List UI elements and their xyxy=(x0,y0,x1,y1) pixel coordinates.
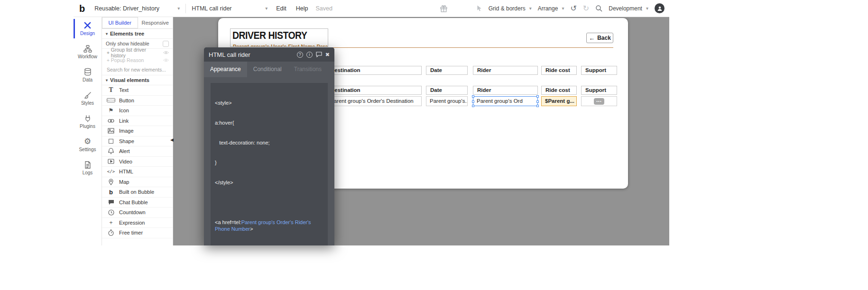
table-header-date[interactable]: Date xyxy=(426,86,468,95)
selection-handle[interactable] xyxy=(472,95,474,98)
tree-item-label: Group list driver history xyxy=(111,47,162,58)
ellipsis-chat-icon[interactable]: ••• xyxy=(594,98,604,105)
table-header-date[interactable]: Date xyxy=(426,66,468,75)
selection-handle[interactable] xyxy=(536,100,539,103)
tree-item-popup-reason[interactable]: + Popup Reason xyxy=(102,56,173,64)
tab-transitions[interactable]: Transitions xyxy=(288,62,328,77)
sidebar-item-logs[interactable]: Logs xyxy=(74,156,102,180)
close-icon[interactable]: ✖ xyxy=(325,52,330,58)
search-icon[interactable] xyxy=(595,5,602,12)
code-line: <a href=tel:Parent group's Order's Rider… xyxy=(215,219,323,232)
panel-collapse-icon[interactable]: ◀ xyxy=(170,137,174,142)
palette-item-map[interactable]: Map xyxy=(102,177,173,188)
selection-handle[interactable] xyxy=(536,105,539,107)
selection-handle[interactable] xyxy=(536,95,539,98)
sidebar-item-design[interactable]: Design xyxy=(74,17,102,40)
reusable-page-selector[interactable]: Reusable: Driver_history ▾ xyxy=(91,0,184,17)
help-circle-icon[interactable]: ? xyxy=(297,52,303,58)
palette-item-built-on-bubble[interactable]: b Built on Bubble xyxy=(102,187,173,198)
palette-item-alert[interactable]: Alert xyxy=(102,146,173,157)
sidebar-item-label: Workflow xyxy=(78,54,97,59)
table-header-rider[interactable]: Rider xyxy=(473,86,538,95)
sidebar-item-label: Plugins xyxy=(80,124,95,129)
visual-elements-header[interactable]: ▾ Visual elements xyxy=(102,75,173,85)
palette-item-text[interactable]: T Text xyxy=(102,85,173,96)
eye-icon[interactable] xyxy=(163,51,169,54)
page-title: DRIVER HISTORY xyxy=(232,29,307,42)
grid-borders-menu[interactable]: Grid & borders ▾ xyxy=(489,5,532,12)
comment-icon[interactable] xyxy=(316,52,322,57)
redo-icon[interactable]: ↻ xyxy=(583,5,589,12)
elements-tree-header[interactable]: ▾ Elements tree xyxy=(102,29,173,39)
palette-item-chat-bubble[interactable]: Chat Bubble xyxy=(102,198,173,208)
expand-icon[interactable]: + xyxy=(107,58,110,63)
tree-item-group-list-driver-history[interactable]: + Group list driver history xyxy=(102,49,173,56)
selected-element-rider-text[interactable]: Parent group's Ord xyxy=(473,96,538,106)
sidebar-item-workflow[interactable]: Workflow xyxy=(74,40,102,63)
tab-ui-builder[interactable]: UI Builder xyxy=(102,17,138,28)
sidebar-item-plugins[interactable]: Plugins xyxy=(74,110,102,133)
save-status: Saved xyxy=(315,5,332,12)
gift-icon[interactable] xyxy=(440,5,448,13)
tab-responsive[interactable]: Responsive xyxy=(138,17,173,28)
sidebar-item-label: Settings xyxy=(79,147,96,152)
page-title-group[interactable]: DRIVER HISTORY Parent group's User's Fir… xyxy=(230,28,328,47)
sidebar-item-settings[interactable]: ⚙ Settings xyxy=(74,133,102,156)
pointer-tool-icon[interactable] xyxy=(477,5,482,12)
user-avatar[interactable] xyxy=(655,3,665,13)
bell-icon xyxy=(107,148,115,154)
element-search-input[interactable] xyxy=(102,67,173,72)
edit-menu[interactable]: Edit xyxy=(276,5,286,12)
undo-icon[interactable]: ↺ xyxy=(570,5,576,12)
sidebar-item-data[interactable]: Data xyxy=(74,63,102,87)
cell-support[interactable]: ••• xyxy=(581,96,617,106)
palette-item-link[interactable]: Link xyxy=(102,116,173,127)
html-code-editor[interactable]: <style> a:hover{ text-decoration: none; … xyxy=(211,83,328,245)
tab-appearance[interactable]: Appearance xyxy=(204,62,247,77)
palette-item-html[interactable]: </> HTML xyxy=(102,167,173,177)
sidebar-item-label: Logs xyxy=(83,170,93,175)
palette-item-expression[interactable]: + Expression xyxy=(102,218,173,228)
text-icon: T xyxy=(107,87,115,93)
cell-destination[interactable]: Parent group's Order's Destination xyxy=(326,96,422,106)
tab-conditional[interactable]: Conditional xyxy=(247,62,288,77)
back-button[interactable]: ← Back xyxy=(586,33,613,43)
bubble-logo-icon[interactable]: b xyxy=(79,4,85,13)
table-header-support[interactable]: Support xyxy=(581,66,617,75)
palette-item-image[interactable]: Image xyxy=(102,126,173,136)
table-header-destination[interactable]: Destination xyxy=(326,66,422,75)
selection-handle[interactable] xyxy=(472,100,474,103)
image-icon xyxy=(107,128,115,134)
selection-handle[interactable] xyxy=(472,105,474,107)
cell-date[interactable]: Parent group's... xyxy=(426,96,468,106)
expand-icon[interactable]: + xyxy=(107,50,110,55)
table-header-support[interactable]: Support xyxy=(581,86,617,95)
modal-titlebar[interactable]: HTML call rider ? i ✖ xyxy=(204,47,334,62)
table-header-destination[interactable]: Destination xyxy=(326,86,422,95)
palette-item-icon[interactable]: ⚑ Icon xyxy=(102,106,173,116)
modal-tabs: Appearance Conditional Transitions xyxy=(204,62,334,77)
chevron-down-icon: ▾ xyxy=(646,6,648,11)
palette-item-button[interactable]: BUTTON Button xyxy=(102,96,173,106)
table-header-ride-cost[interactable]: Ride cost xyxy=(541,86,577,95)
stopwatch-icon xyxy=(107,229,115,236)
sidebar-item-styles[interactable]: Styles xyxy=(74,87,102,110)
palette-item-shape[interactable]: Shape xyxy=(102,136,173,147)
info-circle-icon[interactable]: i xyxy=(306,52,313,58)
palette-item-video[interactable]: Video xyxy=(102,157,173,167)
flag-icon: ⚑ xyxy=(107,107,115,114)
table-header-rider[interactable]: Rider xyxy=(473,66,538,75)
element-selector[interactable]: HTML call rider ▾ xyxy=(188,0,271,17)
table-header-ride-cost[interactable]: Ride cost xyxy=(541,66,577,75)
toolbar-right-group: Grid & borders ▾ Arrange ▾ ↺ ↻ Developme… xyxy=(477,3,665,13)
only-show-hideable-checkbox[interactable] xyxy=(163,41,169,47)
palette-item-countdown[interactable]: Countdown xyxy=(102,208,173,218)
cell-ride-cost-expression[interactable]: $Parent g... xyxy=(541,96,577,106)
visual-elements-title: Visual elements xyxy=(110,77,149,83)
sidebar-item-label: Styles xyxy=(81,100,94,106)
help-menu[interactable]: Help xyxy=(296,5,308,12)
eye-icon[interactable] xyxy=(163,58,169,62)
arrange-menu[interactable]: Arrange ▾ xyxy=(538,5,564,12)
environment-selector[interactable]: Development ▾ xyxy=(609,5,648,12)
palette-item-free-timer[interactable]: Free timer xyxy=(102,228,173,238)
